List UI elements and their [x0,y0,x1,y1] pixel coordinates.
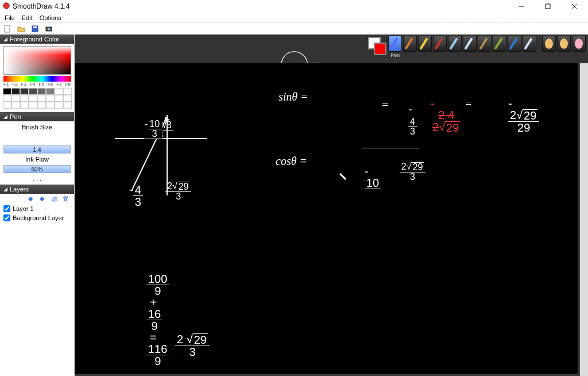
camera-button[interactable] [44,24,54,33]
side-panel: ◢ Foreground Color F1F2 F3F4 F5F6 F7F8 [0,34,75,376]
color-picker[interactable]: F1F2 F3F4 F5F6 F7F8 [0,44,74,112]
layers-label: Layers [10,186,29,193]
tool-button-hand[interactable] [542,36,556,59]
svg-point-9 [48,28,50,30]
collapse-icon: ◢ [3,36,7,42]
layers-toolbar: ◆ ◆ ▧ 🗑 [0,194,74,204]
svg-line-16 [451,39,457,48]
collapse-icon: ◢ [3,186,7,192]
menu-file[interactable]: File [1,14,18,21]
menu-edit[interactable]: Edit [18,14,36,21]
svg-point-23 [560,39,568,49]
hue-labels: F1F2 F3F4 F5F6 F7F8 [2,82,72,87]
drawing-canvas[interactable]: - -10/33 -103 -43 2√29 3 sinθ = [75,63,578,374]
tool-toolbar: 1Pen234567890 [75,34,588,63]
layer-visible-checkbox[interactable] [3,205,10,212]
layer-down-icon[interactable]: ◆ [40,195,48,203]
app-icon [2,2,10,11]
pen-cursor [339,172,347,181]
new-layer-icon[interactable]: ▧ [51,195,59,203]
tool-button-9[interactable]: 9 [508,36,521,59]
svg-line-18 [481,39,486,48]
brush-size-slider[interactable]: 1.4 [3,145,71,154]
tool-button-1[interactable]: 1Pen [388,36,402,59]
brush-size-label: Brush Size [3,124,71,131]
tool-button-0[interactable]: 0 [523,36,536,59]
hyp-result: 2 √29 3 [146,322,210,369]
layers-header[interactable]: ◢ Layers [0,185,74,194]
tool-button-eraser[interactable] [572,36,586,59]
layer-row[interactable]: Layer 1 [0,204,74,213]
svg-point-24 [575,39,583,49]
brush-preview: · [3,131,71,143]
new-file-button[interactable] [2,24,13,33]
collapse-icon: ◢ [3,114,7,120]
svg-point-22 [545,39,553,49]
file-toolbar [0,23,588,34]
open-file-button[interactable] [16,24,26,33]
close-button[interactable] [566,3,582,9]
tool-button-7[interactable]: 7 [478,36,492,59]
minimize-button[interactable] [513,3,529,9]
vertical-scrollbar[interactable] [580,63,588,376]
tool-button-5[interactable]: 5 [448,36,462,59]
ink-flow-value: 60% [31,166,42,172]
work-area: 1Pen234567890 - -10/33 -103 -43 [75,34,588,376]
hue-strip[interactable] [3,76,71,82]
svg-line-26 [340,174,346,179]
menu-options[interactable]: Options [36,14,65,21]
equals-1: = [382,99,388,110]
tool-button-2[interactable]: 2 [403,36,417,59]
tool-button-4[interactable]: 4 [433,36,447,59]
svg-line-13 [406,39,412,48]
sin-lhs: sinθ = [278,91,308,102]
cos-rhs: - 10 [336,154,381,212]
color-swatch-pair[interactable] [368,37,379,56]
pen-header[interactable]: ◢ Pen [0,112,74,121]
save-file-button[interactable] [30,24,40,33]
foreground-swatch[interactable] [374,43,386,55]
point-left-label: -43 [100,172,143,219]
svg-line-19 [496,39,501,48]
ink-flow-label: Ink Flow [3,156,71,163]
tool-button-finger[interactable] [557,36,571,59]
layer-up-icon[interactable]: ◆ [28,195,36,203]
ink-flow-slider[interactable]: 60% [3,165,71,173]
swatch-grid[interactable] [3,88,72,109]
maximize-button[interactable] [540,3,556,9]
svg-point-0 [3,2,10,9]
svg-line-14 [421,39,427,48]
pen-label: Pen [10,113,21,120]
svg-rect-2 [546,4,550,9]
window-title: SmoothDraw 4.1.4 [13,2,69,10]
svg-line-12 [391,39,397,48]
svg-line-17 [466,39,471,48]
foreground-color-header[interactable]: ◢ Foreground Color [0,34,74,44]
layer-row[interactable]: Background Layer [0,213,74,222]
cos-lhs: cosθ = [276,155,307,167]
svg-rect-7 [33,26,37,28]
svg-line-15 [436,39,442,48]
layer-name: Background Layer [13,214,64,221]
equals-2: = [465,98,471,109]
sin-result: - 2√29 29 [479,86,539,145]
foreground-color-label: Foreground Color [10,36,59,43]
svg-rect-5 [5,25,10,32]
svg-line-20 [510,39,516,48]
more-button[interactable]: . . . [3,175,71,182]
sin-mid-struck: - 2 4 2√29 [402,86,462,145]
title-bar: SmoothDraw 4.1.4 [0,0,588,13]
layer-visible-checkbox[interactable] [3,214,10,221]
brush-size-value: 1.4 [33,147,41,153]
hypotenuse-label: 2√29 3 [142,172,191,210]
layer-name: Layer 1 [13,205,34,212]
tool-button-6[interactable]: 6 [463,36,477,59]
tool-button-3[interactable]: 3 [418,36,432,59]
delete-layer-icon[interactable]: 🗑 [63,195,71,203]
tool-button-8[interactable]: 8 [493,36,506,59]
svg-line-21 [525,39,531,48]
point-top-label: -103 [144,120,163,139]
